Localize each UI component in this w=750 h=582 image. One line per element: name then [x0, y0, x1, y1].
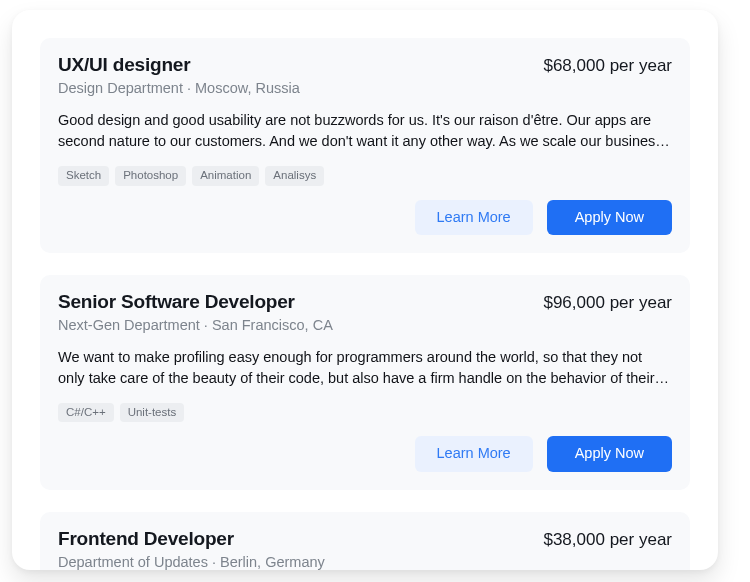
job-actions: Learn More Apply Now: [58, 200, 672, 235]
job-meta: Next-Gen Department · San Francisco, CA: [58, 317, 672, 333]
job-salary: $38,000 per year: [543, 530, 672, 550]
learn-more-button[interactable]: Learn More: [415, 200, 533, 235]
job-meta: Department of Updates · Berlin, Germany: [58, 554, 672, 570]
job-tag: Sketch: [58, 166, 109, 186]
job-salary: $96,000 per year: [543, 293, 672, 313]
job-title: Senior Software Developer: [58, 291, 295, 313]
job-tags: C#/C++ Unit-tests: [58, 403, 672, 423]
job-description: Good design and good usability are not b…: [58, 110, 672, 152]
job-meta: Design Department · Moscow, Russia: [58, 80, 672, 96]
job-tag: Analisys: [265, 166, 324, 186]
job-tag: C#/C++: [58, 403, 114, 423]
job-card-header: Frontend Developer $38,000 per year: [58, 528, 672, 550]
job-list-panel: UX/UI designer $68,000 per year Design D…: [12, 10, 718, 570]
job-tag: Animation: [192, 166, 259, 186]
job-title: Frontend Developer: [58, 528, 234, 550]
learn-more-button[interactable]: Learn More: [415, 436, 533, 471]
job-tags: Sketch Photoshop Animation Analisys: [58, 166, 672, 186]
job-card-header: UX/UI designer $68,000 per year: [58, 54, 672, 76]
job-description: We want to make profiling easy enough fo…: [58, 347, 672, 389]
apply-now-button[interactable]: Apply Now: [547, 200, 672, 235]
job-tag: Unit-tests: [120, 403, 185, 423]
job-salary: $68,000 per year: [543, 56, 672, 76]
job-card: Senior Software Developer $96,000 per ye…: [40, 275, 690, 490]
job-card: Frontend Developer $38,000 per year Depa…: [40, 512, 690, 570]
job-tag: Photoshop: [115, 166, 186, 186]
job-card-header: Senior Software Developer $96,000 per ye…: [58, 291, 672, 313]
job-actions: Learn More Apply Now: [58, 436, 672, 471]
apply-now-button[interactable]: Apply Now: [547, 436, 672, 471]
job-title: UX/UI designer: [58, 54, 190, 76]
job-card: UX/UI designer $68,000 per year Design D…: [40, 38, 690, 253]
